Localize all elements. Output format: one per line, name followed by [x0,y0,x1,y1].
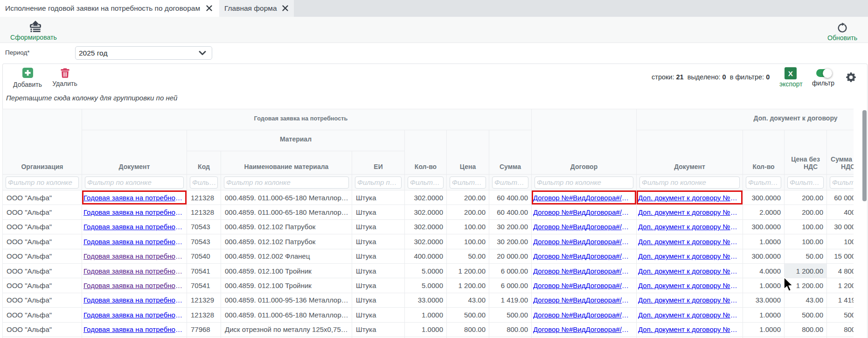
svg-text:X: X [788,70,793,77]
